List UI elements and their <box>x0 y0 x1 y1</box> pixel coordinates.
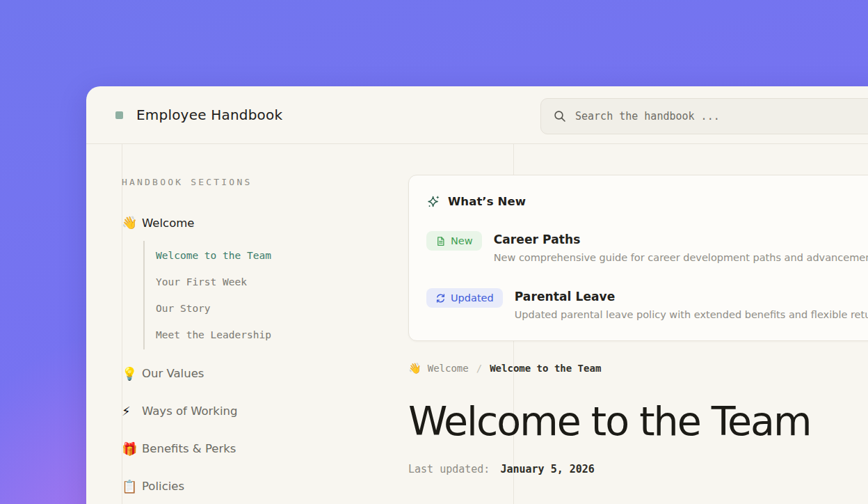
app-window: Employee Handbook HANDBOOK SECTIONS 👋 We… <box>86 86 868 504</box>
page-title: Welcome to the Team <box>408 402 868 441</box>
sidebar-subitem-your-first-week[interactable]: Your First Week <box>145 269 414 295</box>
last-updated-value: January 5, 2026 <box>500 463 594 475</box>
sidebar-sublist-welcome: Welcome to the Team Your First Week Our … <box>143 241 414 349</box>
sidebar: HANDBOOK SECTIONS 👋 Welcome Welcome to t… <box>122 144 414 494</box>
whats-new-item-title: Career Paths <box>494 233 868 246</box>
breadcrumb-current: Welcome to the Team <box>490 363 601 374</box>
breadcrumb: 👋 Welcome / Welcome to the Team <box>408 361 868 375</box>
status-badge-new: New <box>426 231 482 251</box>
search-box[interactable] <box>540 98 868 134</box>
clipboard-icon: 📋 <box>122 480 142 493</box>
sidebar-item-ways-of-working[interactable]: ⚡ Ways of Working <box>122 403 414 419</box>
app-logo-icon <box>115 111 123 119</box>
app-title: Employee Handbook <box>136 107 282 123</box>
main-content: What’s New New Career Paths New comprehe… <box>408 144 868 475</box>
sidebar-heading: HANDBOOK SECTIONS <box>122 177 414 187</box>
breadcrumb-separator: / <box>476 363 482 374</box>
lightbulb-icon: 💡 <box>122 368 142 380</box>
last-updated: Last updated: January 5, 2026 <box>408 463 868 475</box>
sidebar-subitem-welcome-to-the-team[interactable]: Welcome to the Team <box>145 242 414 269</box>
sidebar-item-label: Welcome <box>142 216 194 230</box>
sidebar-item-welcome[interactable]: 👋 Welcome <box>122 214 414 231</box>
sidebar-subitem-our-story[interactable]: Our Story <box>145 295 414 322</box>
app-header: Employee Handbook <box>86 86 868 144</box>
sidebar-item-label: Policies <box>142 480 184 493</box>
sidebar-subitem-meet-the-leadership[interactable]: Meet the Leadership <box>145 322 414 348</box>
whats-new-item-description: New comprehensive guide for career devel… <box>494 252 868 263</box>
breadcrumb-section[interactable]: Welcome <box>428 363 469 374</box>
sparkle-icon <box>426 194 441 209</box>
sidebar-item-our-values[interactable]: 💡 Our Values <box>122 365 414 381</box>
whats-new-item-title: Parental Leave <box>515 290 868 304</box>
sidebar-item-label: Ways of Working <box>142 404 237 418</box>
wave-icon: 👋 <box>122 216 142 229</box>
wave-icon: 👋 <box>408 363 421 374</box>
whats-new-item[interactable]: New Career Paths New comprehensive guide… <box>426 231 868 263</box>
refresh-icon <box>435 293 446 304</box>
sidebar-item-benefits-perks[interactable]: 🎁 Benefits & Perks <box>122 441 414 457</box>
whats-new-item-description: Updated parental leave policy with exten… <box>515 309 868 320</box>
whats-new-card: What’s New New Career Paths New comprehe… <box>408 175 868 341</box>
sidebar-item-label: Our Values <box>142 367 204 380</box>
lightning-icon: ⚡ <box>122 405 142 418</box>
sidebar-section-list: 💡 Our Values ⚡ Ways of Working 🎁 Benefit… <box>122 365 414 494</box>
sidebar-item-policies[interactable]: 📋 Policies <box>122 478 414 494</box>
search-input[interactable] <box>575 110 839 123</box>
status-badge-updated: Updated <box>426 288 503 308</box>
document-icon <box>435 236 446 246</box>
whats-new-item-text: Career Paths New comprehensive guide for… <box>494 231 868 263</box>
last-updated-label: Last updated: <box>408 463 490 475</box>
whats-new-title: What’s New <box>448 195 526 208</box>
sidebar-item-label: Benefits & Perks <box>142 442 236 455</box>
magnifier-icon <box>554 110 566 123</box>
gift-icon: 🎁 <box>122 443 142 455</box>
whats-new-item-text: Parental Leave Updated parental leave po… <box>515 288 868 320</box>
badge-label: Updated <box>451 292 494 304</box>
whats-new-header: What’s New <box>426 194 868 209</box>
badge-label: New <box>451 235 473 246</box>
whats-new-item[interactable]: Updated Parental Leave Updated parental … <box>426 288 868 320</box>
